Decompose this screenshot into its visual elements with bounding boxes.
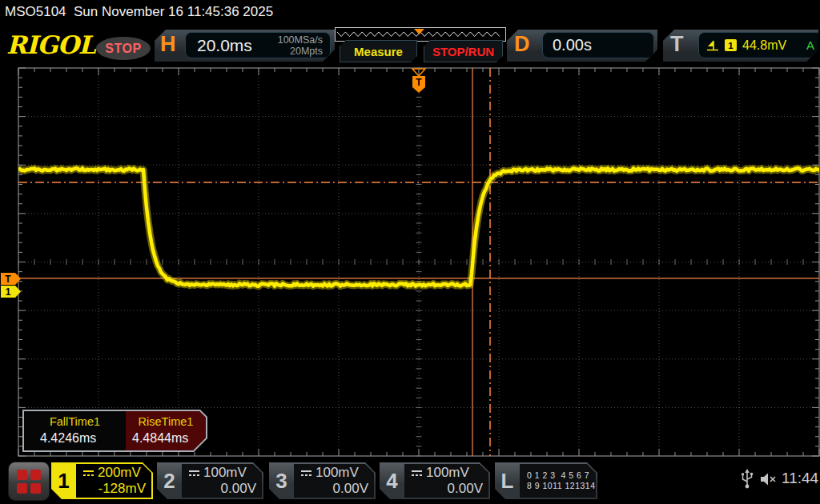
ch1-trace: [18, 168, 819, 286]
measurement-falltime[interactable]: FallTime1 4.4246ms: [24, 411, 126, 450]
falltime-label: FallTime1: [24, 415, 126, 428]
channel-2-offset: 0.00V: [182, 481, 262, 497]
menu-grid-icon: [17, 470, 41, 494]
main-menu-button[interactable]: [8, 462, 50, 501]
channel-3-status[interactable]: 3 100mV 0.00V: [269, 462, 376, 499]
channel-4-offset: 0.00V: [404, 481, 488, 497]
channel-3-scale: 100mV: [316, 465, 359, 481]
clock: 11:44: [782, 470, 818, 487]
digital-channels-row1: 0 1 2 3 4 5 6 7: [520, 470, 596, 482]
measurement-risetime[interactable]: RiseTime1 4.4844ms: [126, 411, 206, 450]
ch1-marker-digit: 1: [6, 286, 11, 298]
logic-analyzer-status[interactable]: L 0 1 2 3 4 5 6 7 8 9 1011 12131415: [495, 462, 597, 499]
risetime-label: RiseTime1: [126, 415, 206, 428]
falltime-value: 4.4246ms: [24, 431, 126, 446]
dc-coupling-icon: [411, 468, 423, 478]
ch1-ground-marker[interactable]: 1: [1, 286, 21, 298]
speaker-muted-icon[interactable]: [759, 471, 778, 487]
channel-2-status[interactable]: 2 100mV 0.00V: [157, 462, 263, 499]
risetime-value: 4.4844ms: [126, 431, 206, 446]
channel-1-offset: -128mV: [76, 481, 151, 497]
channel-1-status[interactable]: 1 200mV -128mV: [51, 462, 153, 499]
trigger-level-marker[interactable]: T: [1, 273, 21, 285]
trigger-position-letter: T: [416, 77, 422, 88]
trigger-level-letter: T: [5, 274, 11, 285]
dc-coupling-icon: [300, 468, 312, 478]
channel-4-scale: 100mV: [426, 465, 469, 481]
dc-coupling-icon: [188, 468, 200, 478]
channel-1-scale: 200mV: [98, 465, 141, 481]
oscilloscope-screen: MSO5104 Sun November 16 11:45:36 2025 RI…: [0, 0, 820, 504]
channel-2-scale: 100mV: [203, 465, 247, 481]
measurement-results-panel[interactable]: FallTime1 4.4246ms RiseTime1 4.4844ms: [22, 410, 207, 452]
usb-icon: [741, 469, 754, 490]
channel-4-status[interactable]: 4 100mV 0.00V: [380, 462, 490, 499]
channel-3-offset: 0.00V: [294, 481, 374, 497]
dc-coupling-icon: [82, 468, 94, 478]
graticule: [18, 68, 819, 456]
digital-channels-row2: 8 9 1011 12131415: [520, 481, 596, 492]
